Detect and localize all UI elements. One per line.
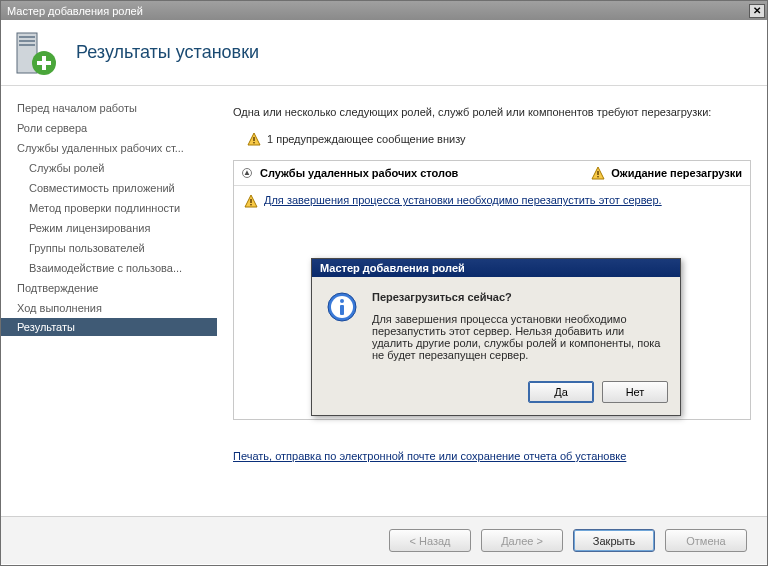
server-role-icon	[13, 29, 58, 77]
svg-rect-19	[340, 305, 344, 315]
cancel-button[interactable]: Отмена	[665, 529, 747, 552]
svg-rect-3	[19, 44, 35, 46]
intro-text: Одна или несколько следующих ролей, служ…	[233, 106, 751, 118]
button-bar: < Назад Далее > Закрыть Отмена	[1, 516, 767, 564]
result-row-header[interactable]: ▲ Службы удаленных рабочих столов Ожидан…	[234, 161, 750, 186]
sidebar-item[interactable]: Ход выполнения	[1, 298, 217, 318]
page-title: Результаты установки	[76, 42, 259, 63]
svg-rect-11	[598, 171, 599, 175]
info-icon	[326, 291, 358, 323]
report-link[interactable]: Печать, отправка по электронной почте ил…	[233, 450, 751, 462]
dialog-title: Мастер добавления ролей	[312, 259, 680, 277]
result-status: Ожидание перезагрузки	[611, 167, 742, 179]
restart-dialog: Мастер добавления ролей Перезагрузиться …	[311, 258, 681, 416]
warning-icon	[247, 132, 261, 146]
sidebar-item[interactable]: Совместимость приложений	[1, 178, 217, 198]
svg-rect-9	[253, 142, 254, 143]
sidebar-item[interactable]: Метод проверки подлинности	[1, 198, 217, 218]
warning-count: 1 предупреждающее сообщение внизу	[267, 133, 466, 145]
svg-rect-6	[37, 61, 51, 65]
result-detail-link[interactable]: Для завершения процесса установки необхо…	[264, 194, 662, 206]
svg-rect-12	[598, 176, 599, 177]
sidebar-item[interactable]: Подтверждение	[1, 278, 217, 298]
sidebar-item[interactable]: Взаимодействие с пользова...	[1, 258, 217, 278]
sidebar-item[interactable]: Перед началом работы	[1, 98, 217, 118]
svg-rect-8	[253, 137, 254, 141]
warning-icon	[591, 166, 605, 180]
sidebar-item[interactable]: Службы ролей	[1, 158, 217, 178]
svg-rect-2	[19, 40, 35, 42]
no-button[interactable]: Нет	[602, 381, 668, 403]
sidebar: Перед началом работыРоли сервераСлужбы у…	[1, 86, 217, 516]
window-title: Мастер добавления ролей	[7, 5, 143, 17]
svg-rect-15	[250, 204, 251, 205]
titlebar: Мастер добавления ролей ✕	[1, 1, 767, 20]
next-button[interactable]: Далее >	[481, 529, 563, 552]
yes-button[interactable]: Да	[528, 381, 594, 403]
close-icon[interactable]: ✕	[749, 4, 765, 18]
dialog-heading: Перезагрузиться сейчас?	[372, 291, 666, 303]
svg-rect-1	[19, 36, 35, 38]
close-button[interactable]: Закрыть	[573, 529, 655, 552]
warning-summary: 1 предупреждающее сообщение внизу	[247, 132, 751, 146]
svg-rect-14	[250, 199, 251, 203]
sidebar-item[interactable]: Роли сервера	[1, 118, 217, 138]
dialog-body-text: Для завершения процесса установки необхо…	[372, 313, 666, 361]
wizard-window: Мастер добавления ролей ✕ Результаты уст…	[0, 0, 768, 566]
warning-icon	[244, 194, 258, 208]
sidebar-item[interactable]: Службы удаленных рабочих ст...	[1, 138, 217, 158]
collapse-icon[interactable]: ▲	[242, 168, 252, 178]
result-row-body: Для завершения процесса установки необхо…	[234, 186, 750, 216]
sidebar-item[interactable]: Режим лицензирования	[1, 218, 217, 238]
back-button[interactable]: < Назад	[389, 529, 471, 552]
svg-point-18	[340, 299, 344, 303]
header: Результаты установки	[1, 20, 767, 86]
result-role-name: Службы удаленных рабочих столов	[260, 167, 458, 179]
sidebar-item[interactable]: Группы пользователей	[1, 238, 217, 258]
sidebar-item[interactable]: Результаты	[1, 318, 217, 336]
